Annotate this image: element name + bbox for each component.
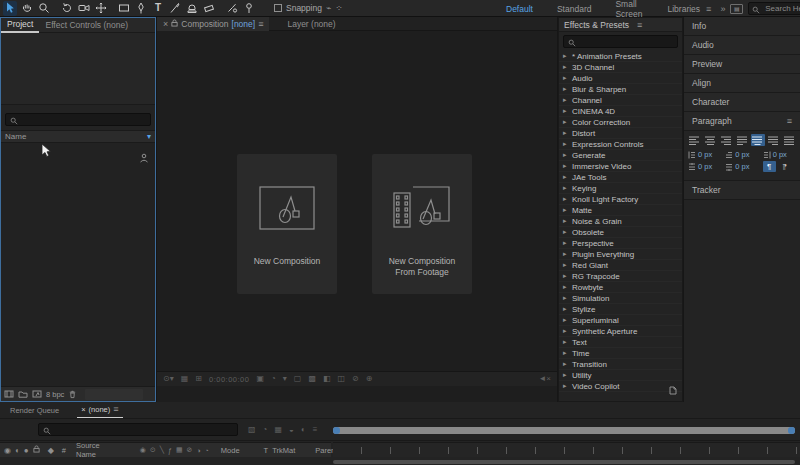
snap-option-2-icon[interactable]: ⁘ [335, 3, 343, 13]
eraser-tool-icon[interactable] [202, 1, 216, 16]
effects-category-row[interactable]: ▸ Video Copilot [559, 381, 682, 392]
project-search-field[interactable] [5, 113, 151, 126]
panel-menu-icon[interactable]: ≡ [113, 404, 118, 414]
justify-last-right-button[interactable] [767, 134, 781, 146]
mini-flowchart-icon[interactable]: ▧ [248, 426, 256, 434]
expand-arrow-icon[interactable]: ▸ [563, 140, 569, 148]
effects-category-row[interactable]: ▸ Immersive Video [559, 161, 682, 172]
expand-arrow-icon[interactable]: ▸ [563, 316, 569, 324]
work-area-end-handle[interactable] [788, 427, 795, 434]
workspace-menu-icon[interactable]: ≡ [706, 4, 711, 14]
space-after-field[interactable]: 0 px [725, 161, 758, 172]
left-to-right-direction-button[interactable]: ¶ [763, 161, 776, 172]
graph-editor-icon[interactable]: ≡ [313, 426, 318, 434]
expand-arrow-icon[interactable]: ▸ [563, 162, 569, 170]
timeline-ruler[interactable] [333, 442, 800, 457]
expand-arrow-icon[interactable]: ▸ [563, 195, 569, 203]
choose-grid-icon[interactable]: ▦ [181, 375, 189, 383]
timeline-horizontal-scrollbar[interactable] [333, 460, 795, 464]
type-tool-icon[interactable]: T [151, 1, 165, 16]
effects-category-row[interactable]: ▸ Distort [559, 128, 682, 139]
puppet-pin-tool-icon[interactable] [242, 1, 256, 16]
expand-arrow-icon[interactable]: ▸ [563, 261, 569, 269]
mask-visibility-icon[interactable]: ⊞ [195, 375, 202, 383]
timeline-search-field[interactable] [38, 423, 238, 436]
hide-shy-layers-icon[interactable]: ▦ [274, 426, 282, 434]
expand-arrow-icon[interactable]: ▸ [563, 184, 569, 192]
project-name-column-header[interactable]: Name ▾ [1, 130, 155, 143]
t-column-header[interactable]: T [264, 446, 269, 455]
effects-category-row[interactable]: ▸ Matte [559, 205, 682, 216]
composition-tab[interactable]: × Composition [none] ≡ [157, 17, 269, 31]
workspace-bar-toggle-icon[interactable]: ▤ [730, 4, 743, 14]
frame-blending-icon[interactable]: ◒ [289, 426, 294, 434]
panel-tab[interactable]: Effect Controls (none) [39, 18, 134, 33]
delete-icon[interactable] [68, 385, 77, 403]
panel-tab[interactable]: Project [1, 18, 39, 33]
expand-arrow-icon[interactable]: ▸ [563, 151, 569, 159]
expand-arrow-icon[interactable]: ▸ [563, 85, 569, 93]
pan-behind-tool-icon[interactable] [94, 1, 108, 16]
expand-arrow-icon[interactable]: ▸ [563, 52, 569, 60]
align-left-button[interactable] [688, 134, 702, 146]
expand-arrow-icon[interactable]: ▸ [563, 294, 569, 302]
current-time-display[interactable]: 0:00:00:00 [209, 375, 249, 384]
effects-category-row[interactable]: ▸ Generate [559, 150, 682, 161]
close-icon[interactable]: × [81, 405, 85, 414]
pen-tool-icon[interactable] [134, 1, 148, 16]
timeline-search-input[interactable] [54, 424, 233, 435]
indent-first-line-field[interactable]: 0 px [725, 150, 758, 159]
render-queue-tab[interactable]: Render Queue [10, 406, 59, 418]
snapshot-icon[interactable]: ▣ [256, 375, 264, 383]
camera-tool-icon[interactable] [77, 1, 91, 16]
expand-arrow-icon[interactable]: ▸ [563, 327, 569, 335]
effects-category-row[interactable]: ▸ * Animation Presets [559, 51, 682, 62]
rectangle-tool-icon[interactable] [117, 1, 131, 16]
effects-category-row[interactable]: ▸ Obsolete [559, 227, 682, 238]
effects-category-row[interactable]: ▸ Utility [559, 370, 682, 381]
camera-view-icon[interactable]: ◧ [323, 375, 331, 383]
project-bit-depth[interactable]: 8 bpc [46, 390, 64, 399]
effects-category-row[interactable]: ▸ Knoll Light Factory [559, 194, 682, 205]
lock-column-icon[interactable] [33, 445, 40, 455]
draft-3d-icon[interactable]: ◔ [263, 426, 268, 434]
collapsed-panel-header[interactable]: Info [684, 17, 800, 36]
solo-column-icon[interactable]: ● [24, 446, 29, 455]
brush-tool-icon[interactable] [168, 1, 182, 16]
shy-switch-icon[interactable]: ◉ [140, 446, 146, 454]
project-search-input[interactable] [21, 114, 146, 125]
workspace-tab[interactable]: Small Screen [603, 0, 655, 19]
label-column-icon[interactable]: ◆ [48, 446, 54, 455]
work-area-bar[interactable] [333, 427, 795, 434]
team-project-icon[interactable] [139, 149, 149, 167]
effects-category-row[interactable]: ▸ Expression Controls [559, 139, 682, 150]
project-items-area[interactable] [1, 143, 155, 387]
expand-arrow-icon[interactable]: ▸ [563, 129, 569, 137]
collapsed-panel-header[interactable]: Character [684, 93, 800, 112]
workspace-tab[interactable]: Default [494, 4, 545, 14]
adjustment-switch-icon[interactable]: ◑ [196, 447, 200, 454]
effects-category-row[interactable]: ▸ Simulation [559, 293, 682, 304]
effects-category-row[interactable]: ▸ Rowbyte [559, 282, 682, 293]
expand-arrow-icon[interactable]: ▸ [563, 63, 569, 71]
new-animation-preset-icon[interactable] [669, 381, 677, 399]
indent-right-field[interactable]: 0 px [763, 150, 796, 159]
pixel-aspect-icon[interactable]: ⊘ [352, 375, 359, 383]
expand-arrow-icon[interactable]: ▸ [563, 239, 569, 247]
snapping-control[interactable]: Snapping ⌁ ⁘ [274, 3, 343, 13]
effects-switch-icon[interactable]: ƒ [168, 447, 172, 454]
effects-category-row[interactable]: ▸ Blur & Sharpen [559, 84, 682, 95]
effects-category-row[interactable]: ▸ Synthetic Aperture [559, 326, 682, 337]
tracker-panel-header[interactable]: Tracker [684, 181, 800, 200]
show-channels-icon[interactable]: ◔ [271, 375, 276, 383]
collapse-switch-icon[interactable]: ⊙ [150, 446, 156, 454]
rotation-tool-icon[interactable] [60, 1, 74, 16]
expand-arrow-icon[interactable]: ▸ [563, 74, 569, 82]
right-to-left-direction-button[interactable]: ¶ [778, 161, 791, 172]
justify-all-button[interactable] [782, 134, 796, 146]
new-composition-from-footage-button[interactable]: New Composition From Footage [372, 154, 472, 294]
align-center-button[interactable] [704, 134, 718, 146]
effects-category-row[interactable]: ▸ JAe Tools [559, 172, 682, 183]
effects-category-row[interactable]: ▸ Color Correction [559, 117, 682, 128]
selection-tool-icon[interactable] [3, 1, 17, 16]
